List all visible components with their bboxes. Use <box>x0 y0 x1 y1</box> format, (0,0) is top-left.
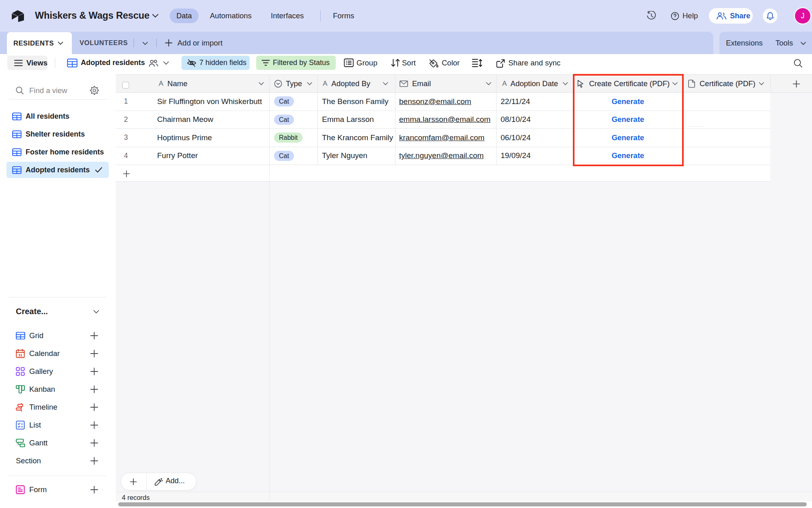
svg-text:31: 31 <box>18 353 22 357</box>
